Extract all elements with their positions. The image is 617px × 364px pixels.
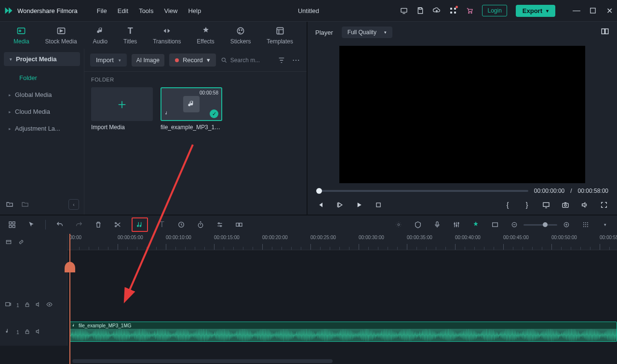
text-icon[interactable]: T — [157, 219, 167, 230]
playhead[interactable] — [69, 234, 70, 364]
prev-frame-button[interactable] — [316, 201, 325, 209]
import-dropdown[interactable]: Import▾ — [90, 54, 127, 67]
snapshot-icon[interactable] — [561, 201, 570, 209]
apps-icon[interactable] — [449, 7, 457, 14]
audio-clip[interactable]: file_example_MP3_1MG — [69, 322, 617, 342]
tab-titles[interactable]: TTitles — [121, 26, 140, 49]
video-track-lane[interactable] — [67, 292, 617, 319]
svg-point-37 — [454, 223, 455, 224]
undo-icon[interactable] — [54, 219, 65, 230]
menu-view[interactable]: View — [164, 7, 177, 14]
delete-icon[interactable] — [93, 219, 104, 230]
tab-templates[interactable]: Templates — [264, 26, 296, 49]
scrub-bar[interactable] — [316, 190, 528, 192]
track-lock-all-icon[interactable] — [5, 238, 13, 246]
chevron-right-icon: ▸ — [9, 126, 11, 131]
timer-icon[interactable] — [195, 219, 206, 230]
scrub-knob[interactable] — [316, 188, 322, 194]
tab-stock-media[interactable]: Stock Media — [42, 26, 80, 49]
sidebar-item-global-media[interactable]: ▸Global Media — [0, 86, 84, 103]
mute-icon[interactable] — [35, 328, 41, 337]
search-input[interactable]: Search m... — [221, 57, 272, 64]
marker-icon[interactable] — [413, 219, 423, 230]
zoom-out-icon[interactable] — [509, 219, 520, 230]
menu-edit[interactable]: Edit — [118, 7, 128, 14]
cloud-upload-icon[interactable] — [433, 7, 441, 14]
split-icon[interactable] — [112, 219, 123, 230]
svg-point-27 — [115, 222, 117, 224]
more-icon[interactable]: ⋯ — [291, 55, 301, 65]
window-minimize-icon[interactable]: ― — [573, 7, 580, 14]
filter-icon[interactable] — [277, 55, 286, 65]
audio-beat-icon[interactable] — [134, 219, 145, 230]
speed-icon[interactable] — [176, 219, 187, 230]
import-media-tile[interactable]: ＋ Import Media — [91, 87, 153, 131]
tab-effects[interactable]: Effects — [194, 26, 217, 49]
stop-button[interactable] — [374, 201, 383, 209]
tab-audio[interactable]: Audio — [90, 26, 111, 49]
volume-icon[interactable] — [580, 201, 589, 209]
sidebar-folder[interactable]: Folder — [0, 69, 84, 86]
layout-icon[interactable] — [7, 219, 17, 230]
folder-icon[interactable] — [20, 200, 30, 209]
mixer-icon[interactable] — [451, 219, 462, 230]
media-item-file[interactable]: 00:00:58 ✓ file_example_MP3_1MG — [161, 87, 222, 131]
menu-file[interactable]: File — [97, 7, 107, 14]
chevron-down-icon[interactable]: ▾ — [600, 219, 610, 230]
export-button[interactable]: Export▾ — [516, 5, 555, 17]
time-ruler[interactable]: 00:0000:00:05:0000:00:10:0000:00:15:0000… — [67, 234, 617, 250]
play-back-button[interactable] — [335, 201, 344, 209]
window-maximize-icon[interactable] — [589, 7, 597, 14]
lock-icon[interactable] — [24, 301, 30, 310]
mute-icon[interactable] — [35, 301, 41, 310]
timeline: 00:0000:00:05:0000:00:10:0000:00:15:0000… — [0, 234, 617, 364]
adjust-icon[interactable] — [215, 219, 225, 230]
tab-media[interactable]: Media — [11, 26, 32, 49]
compare-icon[interactable] — [601, 27, 609, 38]
keyframe-icon[interactable] — [234, 219, 244, 230]
play-button[interactable] — [355, 201, 363, 209]
horizontal-scrollbar[interactable] — [72, 359, 333, 363]
menu-help[interactable]: Help — [188, 7, 201, 14]
audio-track-lane[interactable]: file_example_MP3_1MG — [67, 319, 617, 346]
lock-icon[interactable] — [24, 328, 30, 337]
menu-tools[interactable]: Tools — [139, 7, 153, 14]
render-icon[interactable] — [393, 219, 404, 230]
video-track-number: 1 — [16, 303, 19, 308]
redo-icon[interactable] — [74, 219, 84, 230]
crop-icon[interactable] — [490, 219, 500, 230]
mark-in-button[interactable]: { — [503, 201, 512, 209]
quality-dropdown[interactable]: Full Quality▾ — [342, 27, 392, 38]
cart-icon[interactable] — [466, 7, 473, 14]
sidebar-item-adjustment-layer[interactable]: ▸Adjustment La... — [0, 120, 84, 137]
sidebar-item-cloud-media[interactable]: ▸Cloud Media — [0, 103, 84, 120]
login-button[interactable]: Login — [482, 5, 507, 16]
record-dropdown[interactable]: Record▾ — [169, 54, 216, 67]
display-icon[interactable] — [542, 201, 550, 209]
auto-icon[interactable] — [470, 219, 481, 230]
ai-image-button[interactable]: AI Image — [132, 54, 164, 67]
tab-stickers[interactable]: Stickers — [228, 26, 254, 49]
chevron-right-icon: ▸ — [9, 109, 11, 114]
link-icon[interactable] — [17, 238, 25, 246]
new-folder-icon[interactable] — [5, 200, 14, 209]
zoom-in-icon[interactable] — [561, 219, 572, 230]
sidebar-project-media[interactable]: ▾Project Media — [4, 52, 80, 66]
zoom-slider[interactable] — [523, 224, 557, 226]
ruler-tick: 00:00:20:00 — [262, 235, 288, 240]
selection-tool-icon[interactable] — [26, 219, 37, 230]
window-close-icon[interactable]: ✕ — [605, 7, 613, 14]
view-options-icon[interactable] — [580, 219, 591, 230]
collapse-sidebar-button[interactable]: ‹ — [68, 199, 79, 210]
save-icon[interactable] — [416, 7, 424, 14]
playhead-handle[interactable] — [65, 262, 75, 272]
track-spacer-lane[interactable] — [67, 250, 617, 292]
device-icon[interactable] — [400, 7, 408, 14]
visibility-icon[interactable] — [46, 301, 53, 310]
mark-out-button[interactable]: } — [523, 201, 531, 209]
fullscreen-icon[interactable] — [600, 201, 608, 209]
preview-screen[interactable] — [339, 46, 585, 183]
voiceover-icon[interactable] — [432, 219, 443, 230]
zoom-knob[interactable] — [543, 222, 548, 227]
tab-transitions[interactable]: Transitions — [150, 26, 184, 49]
